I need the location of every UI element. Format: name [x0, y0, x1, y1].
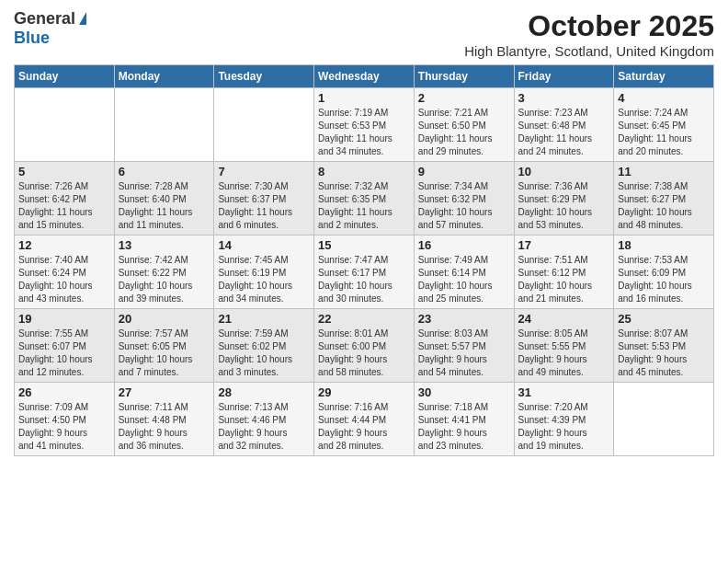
day-number: 8 [318, 165, 410, 178]
day-number: 16 [418, 238, 510, 252]
day-number: 25 [618, 312, 710, 326]
day-content: Sunrise: 7:34 AM Sunset: 6:32 PM Dayligh… [418, 180, 510, 232]
calendar-cell: 26Sunrise: 7:09 AM Sunset: 4:50 PM Dayli… [15, 383, 115, 456]
day-number: 4 [618, 91, 710, 105]
calendar-cell: 3Sunrise: 7:23 AM Sunset: 6:48 PM Daylig… [514, 88, 614, 162]
day-content: Sunrise: 7:45 AM Sunset: 6:19 PM Dayligh… [218, 254, 310, 305]
day-content: Sunrise: 8:01 AM Sunset: 6:00 PM Dayligh… [318, 327, 410, 379]
calendar-cell [214, 88, 314, 162]
calendar-cell: 18Sunrise: 7:53 AM Sunset: 6:09 PM Dayli… [614, 236, 714, 309]
calendar-cell: 25Sunrise: 8:07 AM Sunset: 5:53 PM Dayli… [614, 309, 714, 383]
calendar-week-row: 19Sunrise: 7:55 AM Sunset: 6:07 PM Dayli… [15, 309, 714, 383]
day-content: Sunrise: 7:20 AM Sunset: 4:39 PM Dayligh… [518, 401, 610, 453]
day-number: 30 [418, 385, 510, 399]
calendar-cell: 12Sunrise: 7:40 AM Sunset: 6:24 PM Dayli… [15, 236, 115, 309]
day-number: 2 [418, 91, 510, 105]
calendar-cell: 14Sunrise: 7:45 AM Sunset: 6:19 PM Dayli… [214, 236, 314, 309]
day-content: Sunrise: 7:24 AM Sunset: 6:45 PM Dayligh… [618, 107, 710, 158]
calendar-cell: 7Sunrise: 7:30 AM Sunset: 6:37 PM Daylig… [214, 162, 314, 236]
calendar-cell: 16Sunrise: 7:49 AM Sunset: 6:14 PM Dayli… [414, 236, 514, 309]
calendar-cell: 23Sunrise: 8:03 AM Sunset: 5:57 PM Dayli… [414, 309, 514, 383]
day-number: 31 [518, 385, 610, 399]
calendar-cell: 28Sunrise: 7:13 AM Sunset: 4:46 PM Dayli… [214, 383, 314, 456]
day-number: 26 [18, 385, 110, 399]
day-content: Sunrise: 7:49 AM Sunset: 6:14 PM Dayligh… [418, 254, 510, 305]
day-number: 1 [318, 91, 410, 105]
day-number: 3 [518, 91, 610, 105]
calendar-cell: 4Sunrise: 7:24 AM Sunset: 6:45 PM Daylig… [614, 88, 714, 162]
day-content: Sunrise: 7:38 AM Sunset: 6:27 PM Dayligh… [618, 180, 710, 232]
calendar-cell: 8Sunrise: 7:32 AM Sunset: 6:35 PM Daylig… [314, 162, 415, 236]
calendar-cell: 24Sunrise: 8:05 AM Sunset: 5:55 PM Dayli… [514, 309, 614, 383]
logo-general: General [14, 9, 75, 29]
day-of-week-header: Thursday [414, 65, 514, 88]
day-number: 24 [518, 312, 610, 326]
location: High Blantyre, Scotland, United Kingdom [464, 43, 714, 59]
calendar-cell: 2Sunrise: 7:21 AM Sunset: 6:50 PM Daylig… [414, 88, 514, 162]
calendar-cell [114, 88, 214, 162]
day-of-week-header: Friday [514, 65, 614, 88]
day-number: 13 [119, 238, 210, 252]
day-number: 27 [119, 385, 210, 399]
day-number: 12 [18, 238, 110, 252]
calendar-cell: 31Sunrise: 7:20 AM Sunset: 4:39 PM Dayli… [514, 383, 614, 456]
day-number: 23 [418, 312, 510, 326]
day-content: Sunrise: 7:21 AM Sunset: 6:50 PM Dayligh… [418, 107, 510, 158]
calendar-header-row: SundayMondayTuesdayWednesdayThursdayFrid… [15, 65, 714, 88]
calendar-cell: 20Sunrise: 7:57 AM Sunset: 6:05 PM Dayli… [114, 309, 214, 383]
day-content: Sunrise: 7:55 AM Sunset: 6:07 PM Dayligh… [18, 327, 110, 379]
day-number: 9 [418, 165, 510, 178]
day-number: 20 [119, 312, 210, 326]
day-of-week-header: Monday [114, 65, 214, 88]
page-header: General Blue October 2025 High Blantyre,… [14, 9, 714, 59]
day-number: 6 [119, 165, 210, 178]
day-of-week-header: Wednesday [314, 65, 415, 88]
calendar-cell: 19Sunrise: 7:55 AM Sunset: 6:07 PM Dayli… [15, 309, 115, 383]
calendar-cell [614, 383, 714, 456]
calendar-cell: 11Sunrise: 7:38 AM Sunset: 6:27 PM Dayli… [614, 162, 714, 236]
day-content: Sunrise: 7:47 AM Sunset: 6:17 PM Dayligh… [318, 254, 410, 305]
day-number: 11 [618, 165, 710, 178]
day-content: Sunrise: 7:23 AM Sunset: 6:48 PM Dayligh… [518, 107, 610, 158]
calendar-week-row: 12Sunrise: 7:40 AM Sunset: 6:24 PM Dayli… [15, 236, 714, 309]
day-content: Sunrise: 7:36 AM Sunset: 6:29 PM Dayligh… [518, 180, 610, 232]
day-of-week-header: Saturday [614, 65, 714, 88]
day-content: Sunrise: 8:03 AM Sunset: 5:57 PM Dayligh… [418, 327, 510, 379]
day-content: Sunrise: 7:11 AM Sunset: 4:48 PM Dayligh… [119, 401, 210, 453]
calendar-cell: 15Sunrise: 7:47 AM Sunset: 6:17 PM Dayli… [314, 236, 415, 309]
day-content: Sunrise: 7:30 AM Sunset: 6:37 PM Dayligh… [218, 180, 310, 232]
day-of-week-header: Sunday [15, 65, 115, 88]
title-block: October 2025 High Blantyre, Scotland, Un… [464, 9, 714, 59]
day-number: 22 [318, 312, 410, 326]
day-number: 15 [318, 238, 410, 252]
calendar-cell: 29Sunrise: 7:16 AM Sunset: 4:44 PM Dayli… [314, 383, 415, 456]
day-content: Sunrise: 7:18 AM Sunset: 4:41 PM Dayligh… [418, 401, 510, 453]
day-content: Sunrise: 7:19 AM Sunset: 6:53 PM Dayligh… [318, 107, 410, 158]
day-number: 5 [18, 165, 110, 178]
day-number: 10 [518, 165, 610, 178]
calendar-cell [15, 88, 115, 162]
day-number: 21 [218, 312, 310, 326]
logo-triangle-icon [79, 12, 86, 25]
day-content: Sunrise: 7:57 AM Sunset: 6:05 PM Dayligh… [119, 327, 210, 379]
day-number: 19 [18, 312, 110, 326]
calendar-cell: 27Sunrise: 7:11 AM Sunset: 4:48 PM Dayli… [114, 383, 214, 456]
logo: General Blue [14, 9, 86, 48]
calendar-week-row: 26Sunrise: 7:09 AM Sunset: 4:50 PM Dayli… [15, 383, 714, 456]
day-number: 29 [318, 385, 410, 399]
calendar-cell: 6Sunrise: 7:28 AM Sunset: 6:40 PM Daylig… [114, 162, 214, 236]
day-content: Sunrise: 7:53 AM Sunset: 6:09 PM Dayligh… [618, 254, 710, 305]
logo-blue: Blue [14, 29, 50, 48]
day-content: Sunrise: 7:59 AM Sunset: 6:02 PM Dayligh… [218, 327, 310, 379]
day-content: Sunrise: 8:05 AM Sunset: 5:55 PM Dayligh… [518, 327, 610, 379]
calendar-cell: 5Sunrise: 7:26 AM Sunset: 6:42 PM Daylig… [15, 162, 115, 236]
calendar-cell: 30Sunrise: 7:18 AM Sunset: 4:41 PM Dayli… [414, 383, 514, 456]
day-content: Sunrise: 7:32 AM Sunset: 6:35 PM Dayligh… [318, 180, 410, 232]
calendar-cell: 22Sunrise: 8:01 AM Sunset: 6:00 PM Dayli… [314, 309, 415, 383]
day-content: Sunrise: 7:16 AM Sunset: 4:44 PM Dayligh… [318, 401, 410, 453]
calendar-cell: 1Sunrise: 7:19 AM Sunset: 6:53 PM Daylig… [314, 88, 415, 162]
day-content: Sunrise: 7:42 AM Sunset: 6:22 PM Dayligh… [119, 254, 210, 305]
month-title: October 2025 [464, 9, 714, 43]
day-content: Sunrise: 7:40 AM Sunset: 6:24 PM Dayligh… [18, 254, 110, 305]
day-number: 17 [518, 238, 610, 252]
